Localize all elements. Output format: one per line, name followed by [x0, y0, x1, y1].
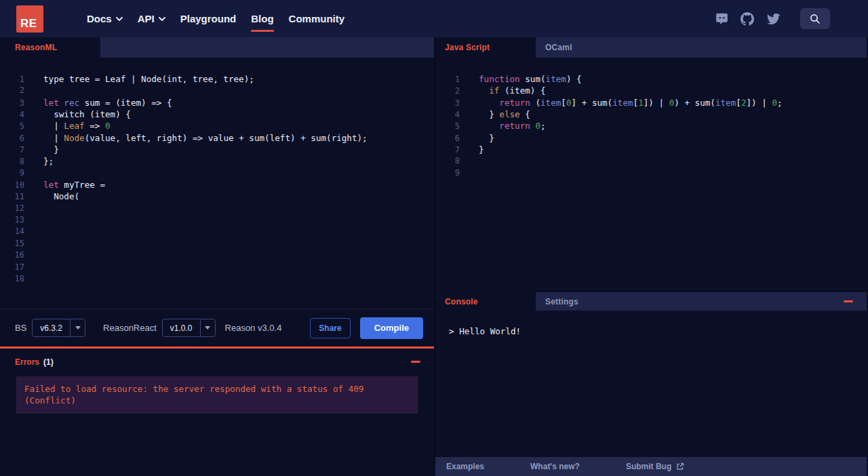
whats-new-link[interactable]: What's new?	[530, 462, 580, 471]
errors-title: Errors	[15, 357, 39, 367]
reasonreact-version-select[interactable]: v1.0.0	[162, 319, 216, 337]
tab-javascript[interactable]: Java Script	[435, 37, 536, 58]
code-line: 8	[435, 156, 867, 167]
reasonreact-label: ReasonReact	[103, 323, 157, 333]
nav-item-api[interactable]: API	[138, 10, 165, 27]
code-line: 1type tree = Leaf | Node(int, tree, tree…	[0, 74, 434, 85]
reasonreact-version-value: v1.0.0	[163, 323, 200, 333]
code-line: 12	[0, 203, 434, 215]
code-line: 8};	[0, 156, 434, 167]
nav-social-icons	[715, 8, 868, 29]
code-line: 7}	[435, 144, 867, 156]
output-pane: Java Script OCaml 1function sum(item) {2…	[434, 37, 867, 476]
line-number: 16	[0, 250, 24, 260]
caret-down-icon	[200, 319, 215, 336]
code-line: 13	[0, 215, 434, 226]
line-number: 4	[435, 110, 460, 119]
chevron-down-icon	[159, 17, 165, 22]
line-number: 7	[0, 145, 24, 155]
share-button[interactable]: Share	[310, 318, 350, 338]
code-line: 5 | Leaf => 0	[0, 121, 434, 132]
code-line: 10let myTree =	[0, 180, 434, 191]
compile-toolbar: BS v6.3.2 ReasonReact v1.0.0 Reason v3.0…	[0, 309, 434, 346]
examples-link[interactable]: Examples	[446, 462, 484, 471]
bs-label: BS	[15, 323, 26, 333]
code-line: 16	[0, 250, 434, 262]
reason-logo[interactable]: RE	[16, 5, 43, 33]
tab-label: OCaml	[545, 43, 572, 52]
discord-icon[interactable]	[715, 12, 728, 26]
reason-version-text: Reason v3.0.4	[225, 323, 282, 333]
line-number: 4	[0, 110, 24, 119]
error-message: Failed to load resource: the server resp…	[16, 376, 418, 414]
search-button[interactable]	[800, 8, 830, 29]
top-nav: RE Docs API Playground Blog Community	[0, 0, 868, 37]
tab-settings[interactable]: Settings	[536, 292, 588, 311]
code-line: 6 }	[435, 133, 867, 144]
line-number: 6	[0, 134, 24, 143]
submit-bug-link[interactable]: Submit Bug	[626, 462, 684, 471]
line-number: 13	[0, 215, 24, 224]
main-nav: Docs API Playground Blog Community	[87, 10, 344, 27]
nav-label: API	[138, 13, 155, 24]
link-label: What's new?	[530, 462, 580, 471]
code-line: 5 return 0;	[435, 121, 867, 132]
reason-tabbar: ReasonML	[0, 37, 434, 58]
bs-version-select[interactable]: v6.3.2	[32, 319, 85, 337]
external-link-icon	[676, 462, 684, 471]
tab-label: ReasonML	[15, 43, 57, 52]
reason-pane: ReasonML 1type tree = Leaf | Node(int, t…	[0, 37, 434, 476]
line-number: 1	[0, 75, 24, 84]
line-number: 18	[0, 274, 24, 283]
tab-console[interactable]: Console	[435, 292, 536, 311]
line-number: 6	[435, 134, 460, 143]
nav-item-blog[interactable]: Blog	[251, 10, 273, 27]
tab-label: Java Script	[445, 43, 490, 52]
code-line: 9	[435, 168, 867, 180]
code-line: 4 switch (item) {	[0, 109, 434, 121]
nav-item-docs[interactable]: Docs	[87, 10, 123, 27]
javascript-output-editor[interactable]: 1function sum(item) {2 if (item) {3 retu…	[435, 58, 867, 292]
collapse-console-button[interactable]	[844, 300, 853, 302]
link-label: Examples	[446, 462, 484, 471]
search-icon	[810, 14, 821, 24]
line-number: 15	[0, 239, 24, 248]
code-line: 17	[0, 262, 434, 274]
errors-panel: Errors (1) Failed to load resource: the …	[0, 346, 434, 476]
twitter-icon[interactable]	[766, 12, 780, 26]
compile-button[interactable]: Compile	[360, 317, 423, 339]
console-line: > Hello World!	[449, 326, 521, 336]
code-line: 9	[0, 168, 434, 180]
line-number: 3	[0, 98, 24, 108]
playground-footer: Examples What's new? Submit Bug	[435, 457, 867, 476]
reason-code-editor[interactable]: 1type tree = Leaf | Node(int, tree, tree…	[0, 58, 434, 309]
tab-reasonml[interactable]: ReasonML	[0, 37, 100, 58]
tab-label: Console	[445, 297, 478, 306]
collapse-errors-button[interactable]	[411, 361, 420, 363]
nav-label: Docs	[87, 13, 112, 24]
code-line: 3let rec sum = (item) => {	[0, 98, 434, 109]
line-number: 12	[0, 203, 24, 213]
line-number: 17	[0, 262, 24, 272]
nav-label: Blog	[251, 13, 273, 24]
line-number: 8	[0, 157, 24, 166]
tab-ocaml[interactable]: OCaml	[536, 37, 582, 58]
line-number: 5	[435, 121, 460, 131]
line-number: 7	[435, 145, 460, 155]
code-line: 2 if (item) {	[435, 85, 867, 97]
line-number: 5	[0, 121, 24, 131]
code-line: 4 } else {	[435, 109, 867, 121]
code-line: 1function sum(item) {	[435, 74, 867, 85]
github-icon[interactable]	[741, 12, 754, 26]
chevron-down-icon	[116, 17, 123, 22]
console-tabbar: Console Settings	[435, 292, 867, 311]
nav-item-playground[interactable]: Playground	[180, 10, 237, 27]
code-line: 6 | Node(value, left, right) => value + …	[0, 133, 434, 144]
nav-item-community[interactable]: Community	[289, 10, 345, 27]
line-number: 3	[435, 98, 460, 108]
code-line: 2	[0, 85, 434, 97]
bs-version-value: v6.3.2	[33, 323, 70, 333]
logo-text: RE	[16, 17, 37, 33]
errors-count: (1)	[43, 357, 54, 367]
code-line: 14	[0, 226, 434, 238]
